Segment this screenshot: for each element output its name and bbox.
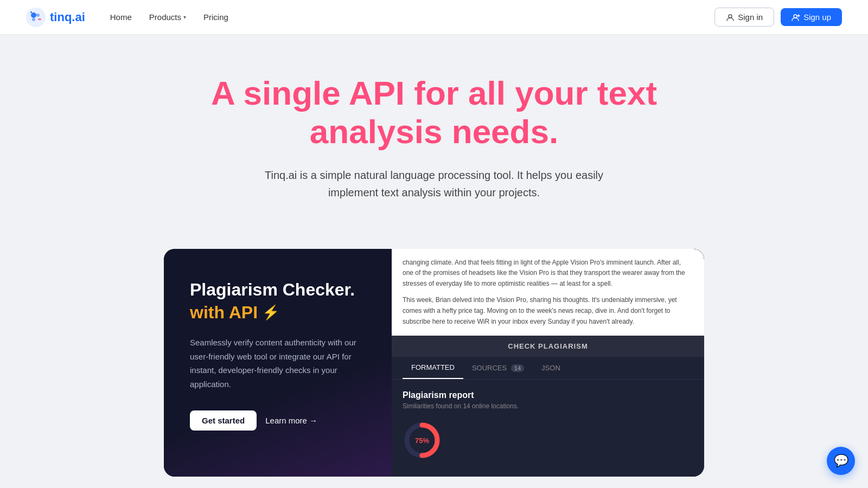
donut-label: 75% [415, 436, 429, 445]
logo-icon [26, 8, 46, 27]
navbar: tinq.ai Home Products ▾ Pricing Sign in [0, 0, 868, 35]
preview-text-area: changing climate. And that feels fitting… [392, 249, 704, 336]
ui-preview: changing climate. And that feels fitting… [392, 249, 704, 477]
logo[interactable]: tinq.ai [26, 8, 85, 27]
feature-right: changing climate. And that feels fitting… [392, 249, 704, 477]
donut-chart: 75% [403, 421, 442, 460]
svg-point-6 [729, 15, 732, 18]
feature-left: Plagiarism Checker. with API ⚡ Seamlessl… [164, 249, 392, 477]
tab-sources[interactable]: SOURCES 14 [463, 357, 533, 378]
feature-title-line1: Plagiarism Checker. [190, 279, 366, 300]
preview-text-1: changing climate. And that feels fitting… [403, 258, 693, 290]
sources-badge: 14 [511, 364, 524, 372]
chat-bubble[interactable]: 💬 [827, 447, 855, 475]
svg-point-3 [32, 18, 35, 21]
svg-point-7 [794, 15, 797, 18]
tab-formatted[interactable]: FORMATTED [403, 357, 463, 379]
hero-subtitle: Tinq.ai is a simple natural language pro… [260, 166, 608, 201]
preview-text-2: This week, Brian delved into the Vision … [403, 295, 693, 327]
nav-products[interactable]: Products ▾ [142, 8, 194, 26]
svg-point-1 [31, 12, 36, 18]
person-icon [726, 13, 735, 22]
tab-json[interactable]: JSON [533, 357, 569, 378]
navbar-right: Sign in Sign up [714, 8, 842, 27]
logo-text: tinq.ai [50, 10, 85, 24]
report-subtitle: Similarities found on 14 online location… [403, 402, 693, 410]
tabs-bar: FORMATTED SOURCES 14 JSON [392, 357, 704, 380]
person-add-icon [792, 13, 800, 22]
signin-button[interactable]: Sign in [714, 8, 774, 27]
check-plagiarism-bar[interactable]: CHECK PLAGIARISM [392, 336, 704, 357]
chevron-down-icon: ▾ [183, 14, 186, 20]
svg-rect-4 [30, 11, 32, 13]
navbar-left: tinq.ai Home Products ▾ Pricing [26, 8, 236, 27]
nav-links: Home Products ▾ Pricing [103, 8, 236, 26]
nav-pricing[interactable]: Pricing [196, 8, 236, 26]
get-started-button[interactable]: Get started [190, 410, 257, 431]
feature-actions: Get started Learn more → [190, 410, 366, 431]
preview-content: Plagiarism report Similarities found on … [392, 380, 704, 476]
feature-card: Plagiarism Checker. with API ⚡ Seamlessl… [164, 249, 704, 477]
nav-home[interactable]: Home [103, 8, 139, 26]
feature-title-api: with API ⚡ [190, 302, 366, 323]
report-title: Plagiarism report [403, 390, 693, 400]
hero-title: A single API for all your text analysis … [190, 74, 678, 151]
svg-point-0 [26, 8, 46, 27]
learn-more-link[interactable]: Learn more → [265, 416, 317, 425]
feature-wrapper: Plagiarism Checker. with API ⚡ Seamlessl… [146, 249, 722, 488]
svg-rect-5 [38, 18, 41, 20]
signup-button[interactable]: Sign up [781, 8, 842, 26]
feature-description: Seamlessly verify content authenticity w… [190, 336, 366, 391]
svg-point-2 [36, 14, 40, 17]
lightning-icon: ⚡ [262, 304, 279, 321]
hero-section: A single API for all your text analysis … [0, 35, 868, 227]
chat-icon: 💬 [834, 454, 848, 468]
